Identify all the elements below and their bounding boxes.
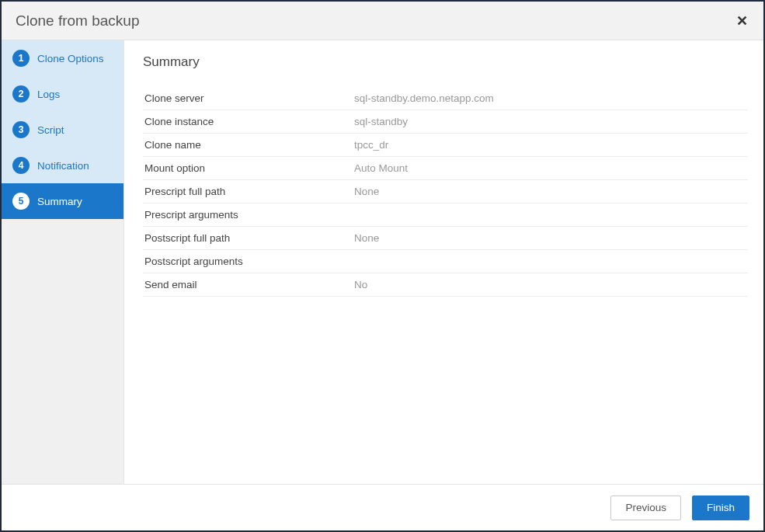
summary-label: Prescript full path [143, 180, 353, 203]
step-number: 5 [12, 193, 30, 210]
summary-label: Clone instance [143, 110, 353, 134]
summary-label: Postscript arguments [143, 250, 353, 273]
step-number: 1 [12, 50, 30, 67]
summary-value [353, 250, 748, 273]
summary-row-clone-server: Clone server sql-standby.demo.netapp.com [143, 87, 748, 110]
summary-label: Prescript arguments [143, 203, 353, 227]
content-pane: Summary Clone server sql-standby.demo.ne… [124, 40, 763, 484]
summary-value: No [353, 273, 748, 297]
summary-row-postscript-args: Postscript arguments [143, 250, 748, 273]
close-icon[interactable]: ✕ [732, 12, 751, 30]
summary-label: Mount option [143, 157, 353, 180]
step-number: 3 [12, 121, 30, 138]
finish-button[interactable]: Finish [692, 495, 749, 520]
summary-row-clone-instance: Clone instance sql-standby [143, 110, 748, 134]
summary-row-mount-option: Mount option Auto Mount [143, 157, 748, 180]
step-label: Clone Options [37, 53, 104, 64]
previous-button[interactable]: Previous [610, 495, 681, 520]
step-logs[interactable]: 2 Logs [2, 76, 123, 112]
summary-row-prescript-path: Prescript full path None [143, 180, 748, 203]
step-script[interactable]: 3 Script [2, 112, 123, 148]
summary-label: Send email [143, 273, 353, 297]
step-label: Notification [37, 160, 89, 172]
step-clone-options[interactable]: 1 Clone Options [2, 40, 123, 76]
summary-table: Clone server sql-standby.demo.netapp.com… [143, 87, 748, 297]
content-title: Summary [143, 54, 748, 70]
summary-value: tpcc_dr [353, 134, 748, 157]
summary-value: None [353, 180, 748, 203]
step-label: Logs [37, 89, 60, 100]
summary-value: Auto Mount [353, 157, 748, 180]
dialog-header: Clone from backup ✕ [2, 2, 763, 40]
step-number: 2 [12, 85, 30, 103]
summary-label: Postscript full path [143, 227, 353, 250]
dialog-title: Clone from backup [16, 12, 139, 30]
step-label: Summary [37, 196, 82, 207]
step-notification[interactable]: 4 Notification [2, 148, 123, 183]
summary-value [353, 203, 748, 227]
summary-label: Clone server [143, 87, 353, 110]
summary-value: sql-standby.demo.netapp.com [353, 87, 748, 110]
summary-value: None [353, 227, 748, 250]
summary-row-send-email: Send email No [143, 273, 748, 297]
clone-from-backup-dialog: Clone from backup ✕ 1 Clone Options 2 Lo… [0, 0, 765, 532]
summary-label: Clone name [143, 134, 353, 157]
wizard-steps: 1 Clone Options 2 Logs 3 Script 4 Notifi… [2, 40, 124, 484]
summary-value: sql-standby [353, 110, 748, 134]
summary-row-clone-name: Clone name tpcc_dr [143, 134, 748, 157]
step-number: 4 [12, 157, 30, 174]
summary-row-prescript-args: Prescript arguments [143, 203, 748, 227]
dialog-footer: Previous Finish [2, 484, 763, 530]
step-label: Script [37, 124, 64, 136]
step-summary[interactable]: 5 Summary [2, 183, 123, 219]
summary-row-postscript-path: Postscript full path None [143, 227, 748, 250]
dialog-body: 1 Clone Options 2 Logs 3 Script 4 Notifi… [2, 40, 763, 484]
